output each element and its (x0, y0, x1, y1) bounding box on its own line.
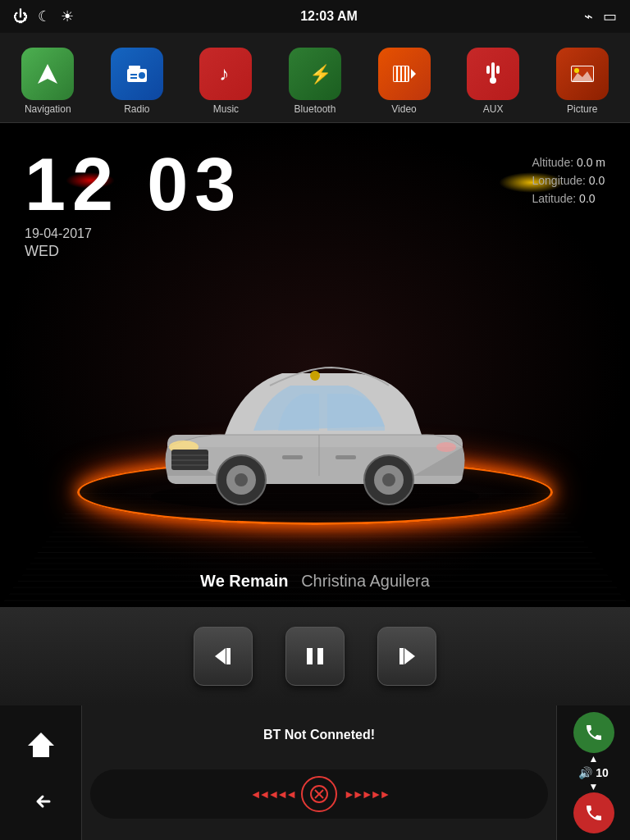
bluetooth-icon: ⚡ (289, 48, 341, 100)
navigation-label: Navigation (25, 103, 71, 115)
svg-rect-10 (398, 66, 400, 81)
app-radio[interactable]: Radio (100, 48, 174, 115)
status-bar: ⏻ ☾ ☀ 12:03 AM ⌁ ▭ (0, 0, 630, 33)
svg-rect-34 (336, 455, 356, 459)
app-navigation[interactable]: Navigation (11, 48, 84, 115)
clock-time: 12 03 (25, 148, 242, 221)
svg-point-21 (574, 68, 579, 73)
volume-display: 🔊 10 (578, 766, 608, 779)
music-label: Music (213, 103, 239, 115)
svg-marker-45 (404, 648, 415, 664)
call-accept-button[interactable] (573, 712, 614, 753)
status-icons-left: ⏻ ☾ ☀ (13, 7, 74, 25)
controls-bar (0, 607, 630, 705)
svg-rect-46 (399, 648, 404, 664)
status-icons-right: ⌁ ▭ (584, 7, 617, 25)
gps-info: Altitude: 0.0 m Longitude: 0.0 Latitude:… (532, 156, 606, 210)
svg-point-39 (310, 371, 320, 381)
bluetooth-label: Bluetooth (294, 103, 336, 115)
svg-point-29 (382, 473, 395, 486)
aux-label: AUX (483, 103, 504, 115)
bottom-bar: BT Not Conneted! ◄◄◄◄◄ ►►►►► ▲ 🔊 10 ▼ (0, 705, 630, 840)
svg-rect-17 (496, 66, 500, 74)
usb-icon: ⌁ (584, 7, 593, 25)
audio-forward[interactable]: ►►►►► (344, 788, 388, 801)
home-button[interactable] (21, 724, 62, 765)
svg-rect-16 (486, 66, 490, 74)
picture-label: Picture (567, 103, 597, 115)
power-icon: ⏻ (13, 8, 28, 25)
music-icon: ♪ (199, 48, 252, 100)
svg-point-3 (139, 72, 145, 79)
volume-down-button[interactable]: ▼ (589, 781, 599, 792)
bt-status: BT Not Conneted! (263, 728, 375, 742)
svg-rect-12 (406, 66, 408, 81)
svg-marker-47 (28, 733, 54, 757)
radio-label: Radio (124, 103, 149, 115)
svg-point-22 (151, 482, 479, 511)
svg-rect-2 (129, 66, 140, 69)
app-music[interactable]: ♪ Music (189, 48, 262, 115)
radio-icon (111, 48, 163, 100)
app-aux[interactable]: AUX (456, 48, 530, 115)
svg-text:♪: ♪ (219, 62, 229, 84)
audio-rewind[interactable]: ◄◄◄◄◄ (250, 788, 294, 801)
back-button[interactable] (21, 781, 62, 822)
song-artist: Christina Aguilera (301, 572, 430, 590)
video-icon (378, 48, 431, 100)
svg-point-26 (235, 473, 248, 486)
navigation-icon (21, 48, 74, 100)
gps-longitude-value: 0.0 (589, 174, 605, 187)
svg-rect-41 (226, 648, 231, 664)
svg-marker-0 (38, 64, 57, 84)
picture-icon (556, 48, 609, 100)
app-bluetooth[interactable]: ⚡ Bluetooth (278, 48, 352, 115)
app-picture[interactable]: Picture (546, 48, 619, 115)
svg-rect-33 (282, 455, 303, 459)
volume-up-button[interactable]: ▲ (589, 753, 599, 765)
aux-icon (467, 48, 519, 100)
call-reject-button[interactable] (573, 792, 614, 833)
time-display: 12 03 19-04-2017 WED (25, 148, 242, 260)
svg-rect-14 (491, 62, 495, 79)
svg-rect-9 (394, 66, 396, 81)
video-label: Video (391, 103, 416, 115)
gps-latitude: Latitude: 0.0 (532, 192, 606, 205)
bottom-right: ▲ 🔊 10 ▼ (556, 705, 630, 840)
app-grid: Navigation Radio ♪ Music ⚡ Bluetooth (0, 33, 630, 123)
main-content: 12 03 19-04-2017 WED Altitude: 0.0 m Lon… (0, 123, 630, 607)
svg-rect-4 (130, 74, 137, 75)
audio-controls: ◄◄◄◄◄ ►►►►► (90, 769, 548, 819)
song-info: We Remain Christina Aguilera (200, 572, 430, 591)
svg-rect-5 (130, 77, 137, 79)
svg-text:⚡: ⚡ (309, 63, 328, 85)
bottom-center: BT Not Conneted! ◄◄◄◄◄ ►►►►► (82, 705, 556, 840)
clock-day: WED (25, 243, 242, 260)
bottom-nav (0, 705, 82, 840)
svg-point-31 (436, 442, 456, 452)
battery-icon: ▭ (603, 7, 617, 25)
audio-cancel-button[interactable] (301, 776, 337, 812)
svg-rect-11 (402, 66, 404, 81)
next-button[interactable] (377, 627, 436, 686)
svg-marker-40 (215, 648, 226, 664)
gps-latitude-value: 0.0 (579, 192, 595, 205)
app-video[interactable]: Video (368, 48, 441, 115)
gps-altitude: Altitude: 0.0 m (532, 156, 606, 169)
svg-marker-13 (411, 69, 416, 79)
brightness-icon: ☀ (61, 7, 74, 25)
moon-icon: ☾ (38, 7, 51, 25)
svg-point-15 (490, 77, 496, 84)
song-title: We Remain (200, 572, 288, 590)
gps-longitude: Longitude: 0.0 (532, 174, 606, 187)
car-area (36, 279, 594, 541)
playpause-button[interactable] (285, 627, 345, 686)
gps-altitude-value: 0.0 m (577, 156, 605, 169)
clock-date: 19-04-2017 (25, 226, 242, 241)
prev-button[interactable] (194, 627, 253, 686)
status-time: 12:03 AM (300, 9, 358, 24)
car-image (118, 304, 512, 517)
